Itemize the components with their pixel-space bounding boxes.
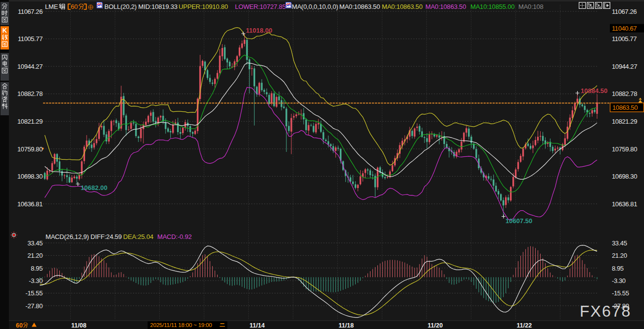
svg-text:10944.27: 10944.27 bbox=[17, 63, 43, 70]
svg-text:10821.29: 10821.29 bbox=[612, 118, 637, 125]
svg-text:-15.55: -15.55 bbox=[26, 289, 43, 297]
svg-text:10863.50: 10863.50 bbox=[612, 104, 638, 111]
svg-text:11/18: 11/18 bbox=[339, 322, 354, 329]
svg-text:11/14: 11/14 bbox=[250, 322, 265, 329]
svg-text:DEA:25.04: DEA:25.04 bbox=[123, 233, 153, 240]
svg-text:2025/11/11 18:00 ~ 19:00: 2025/11/11 18:00 ~ 19:00 bbox=[150, 322, 212, 328]
svg-text:FX678: FX678 bbox=[580, 302, 631, 320]
svg-text:MA0:10863.50: MA0:10863.50 bbox=[425, 3, 466, 10]
svg-text:BOLL(20,2) MID:10819.33: BOLL(20,2) MID:10819.33 bbox=[104, 3, 178, 10]
svg-text:-15.55: -15.55 bbox=[612, 289, 629, 297]
svg-text:K: K bbox=[2, 27, 7, 34]
svg-text:UPPER:10910.80: UPPER:10910.80 bbox=[179, 3, 228, 10]
svg-text:10607.50: 10607.50 bbox=[506, 217, 532, 225]
svg-text:MACD:-0.92: MACD:-0.92 bbox=[157, 233, 192, 240]
svg-text:MA10:10855.00: MA10:10855.00 bbox=[470, 3, 514, 10]
svg-text:60: 60 bbox=[16, 322, 23, 329]
svg-text:10759.80: 10759.80 bbox=[612, 145, 637, 153]
svg-text:MA0:108: MA0:108 bbox=[518, 3, 544, 10]
svg-text:8.95: 8.95 bbox=[612, 265, 624, 272]
svg-text:LOWER:10727.85: LOWER:10727.85 bbox=[235, 3, 286, 10]
svg-text:-3.30: -3.30 bbox=[612, 277, 626, 284]
svg-text:10882.78: 10882.78 bbox=[17, 90, 43, 97]
svg-text:10636.81: 10636.81 bbox=[17, 200, 43, 208]
svg-text:10698.30: 10698.30 bbox=[612, 173, 637, 180]
svg-text:MA0:10863.50: MA0:10863.50 bbox=[382, 3, 422, 10]
svg-text:10944.27: 10944.27 bbox=[612, 63, 637, 70]
svg-text:11018.00: 11018.00 bbox=[246, 27, 273, 34]
svg-text:8.95: 8.95 bbox=[31, 265, 43, 272]
svg-text:MACD(26,12,9) DIFF:24.59: MACD(26,12,9) DIFF:24.59 bbox=[46, 233, 122, 240]
svg-text:60: 60 bbox=[71, 3, 78, 10]
svg-text:11067.26: 11067.26 bbox=[612, 8, 637, 15]
svg-text:10698.30: 10698.30 bbox=[17, 173, 43, 180]
svg-text:21.20: 21.20 bbox=[612, 252, 627, 259]
svg-text:10759.80: 10759.80 bbox=[17, 145, 43, 153]
svg-text:11005.77: 11005.77 bbox=[18, 35, 43, 43]
svg-text:10636.81: 10636.81 bbox=[612, 200, 637, 208]
svg-text:33.45: 33.45 bbox=[27, 239, 43, 247]
svg-text:10682.00: 10682.00 bbox=[81, 184, 107, 191]
svg-text:-27.80: -27.80 bbox=[26, 302, 43, 310]
svg-text:10882.78: 10882.78 bbox=[612, 90, 637, 97]
svg-text:33.45: 33.45 bbox=[612, 239, 627, 247]
svg-text:10884.50: 10884.50 bbox=[581, 87, 607, 94]
svg-text:LME: LME bbox=[45, 3, 58, 10]
svg-text:11005.77: 11005.77 bbox=[612, 35, 637, 43]
svg-text:-3.30: -3.30 bbox=[29, 277, 43, 284]
svg-text:11040.67: 11040.67 bbox=[612, 25, 637, 32]
svg-text:10821.29: 10821.29 bbox=[17, 118, 43, 125]
svg-text:MA0:10863.50: MA0:10863.50 bbox=[339, 3, 380, 10]
svg-text:11/20: 11/20 bbox=[428, 322, 443, 329]
svg-text:11067.26: 11067.26 bbox=[18, 8, 43, 15]
svg-text:MA(0,0,0,10,0,0): MA(0,0,0,10,0,0) bbox=[292, 3, 338, 10]
svg-text:11/22: 11/22 bbox=[517, 322, 532, 329]
svg-text:21.20: 21.20 bbox=[27, 252, 43, 259]
svg-text:11/08: 11/08 bbox=[71, 322, 87, 329]
